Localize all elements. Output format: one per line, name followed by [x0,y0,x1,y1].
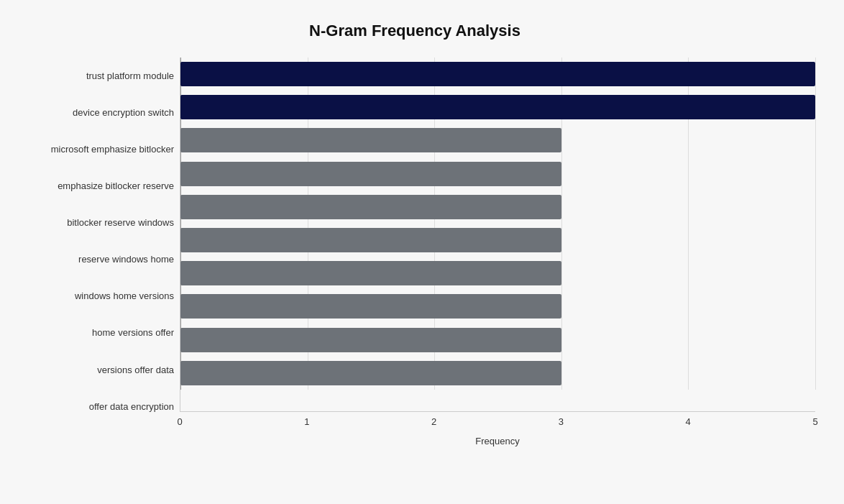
bar [180,162,561,186]
bar [180,261,561,285]
bar-row [180,193,815,221]
y-label: reserve windows home [78,254,174,265]
bar-row [180,127,815,154]
bar [180,195,561,219]
y-label: emphasize bitlocker reserve [58,180,174,192]
y-label: home versions offer [92,327,174,339]
y-label: microsoft emphasize bitlocker [51,144,174,155]
chart-title: N-Gram Frequency Analysis [14,14,815,40]
y-label: bitlocker reserve windows [67,217,174,229]
chart-container: N-Gram Frequency Analysis trust platform… [0,0,844,504]
bars-wrapper [180,58,815,411]
x-tick: 0 [173,416,187,427]
y-labels: trust platform moduledevice encryption s… [14,58,180,446]
bar [180,62,815,86]
bar [180,95,815,119]
x-tick: 1 [300,416,314,427]
bar-row [180,293,815,320]
bar-row [180,93,815,121]
x-tick: 4 [681,416,695,427]
x-tick: 2 [427,416,441,427]
bar [180,328,561,352]
x-tick: 5 [808,416,822,427]
x-axis-label: Frequency [180,436,815,446]
y-label: device encryption switch [73,107,174,119]
grid-line [815,58,816,390]
bar-row [180,160,815,188]
bar-row [180,226,815,254]
bar [180,361,561,385]
bar [180,128,561,152]
bar [180,228,561,252]
y-label: windows home versions [75,290,174,302]
x-tick: 3 [554,416,568,427]
x-axis: 012345 [180,411,815,433]
bar-row [180,359,815,387]
bar-row [180,260,815,287]
plot-area: 012345 Frequency [180,58,815,446]
y-label: versions offer data [97,365,174,376]
chart-area: trust platform moduledevice encryption s… [14,58,815,446]
y-label: offer data encryption [89,401,174,413]
y-label: trust platform module [86,70,174,82]
bar-row [180,326,815,354]
bar-row [180,60,815,88]
bar [180,294,561,319]
